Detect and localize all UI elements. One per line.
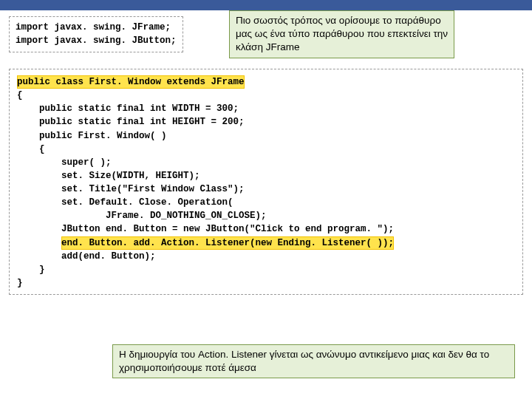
import-line-1: import javax. swing. JFrame; <box>16 21 177 35</box>
callout-top: Πιο σωστός τρόπος να ορίσουμε το παράθυρ… <box>229 10 454 58</box>
code-line: public First. Window( ) <box>17 129 515 143</box>
code-line: set. Default. Close. Operation( <box>17 196 515 209</box>
callout-bottom-text: Η δημιουργία του Action. Listener γίνετα… <box>119 349 489 373</box>
code-line: } <box>17 263 515 276</box>
header-band <box>0 0 532 10</box>
code-line: super( ); <box>17 156 515 169</box>
code-line: JFrame. DO_NOTHING_ON_CLOSE); <box>17 209 515 222</box>
code-block: public class First. Window extends JFram… <box>9 69 523 295</box>
code-line: add(end. Button); <box>17 250 515 263</box>
code-line: set. Size(WIDTH, HEIGHT); <box>17 169 515 183</box>
code-line: public static final int HEIGHT = 200; <box>17 115 515 129</box>
code-highlight: end. Button. add. Action. Listener(new E… <box>61 238 394 248</box>
imports-box: import javax. swing. JFrame; import java… <box>9 16 183 52</box>
code-text <box>17 238 61 248</box>
code-line: } <box>17 276 515 290</box>
code-line: JButton end. Button = new JButton("Click… <box>17 222 515 236</box>
code-text: extends JFrame <box>167 77 245 87</box>
callout-bottom: Η δημιουργία του Action. Listener γίνετα… <box>112 344 515 378</box>
code-line: { <box>17 89 515 102</box>
code-line: public static final int WIDTH = 300; <box>17 102 515 115</box>
code-line: { <box>17 143 515 156</box>
code-line: end. Button. add. Action. Listener(new E… <box>17 236 515 250</box>
callout-top-text: Πιο σωστός τρόπος να ορίσουμε το παράθυρ… <box>236 15 448 52</box>
slide-content: import javax. swing. JFrame; import java… <box>0 10 532 301</box>
import-line-2: import javax. swing. JButton; <box>16 35 177 48</box>
code-text: public class First. Window <box>17 77 167 87</box>
code-line: set. Title("First Window Class"); <box>17 183 515 196</box>
code-line: public class First. Window extends JFram… <box>17 75 515 89</box>
